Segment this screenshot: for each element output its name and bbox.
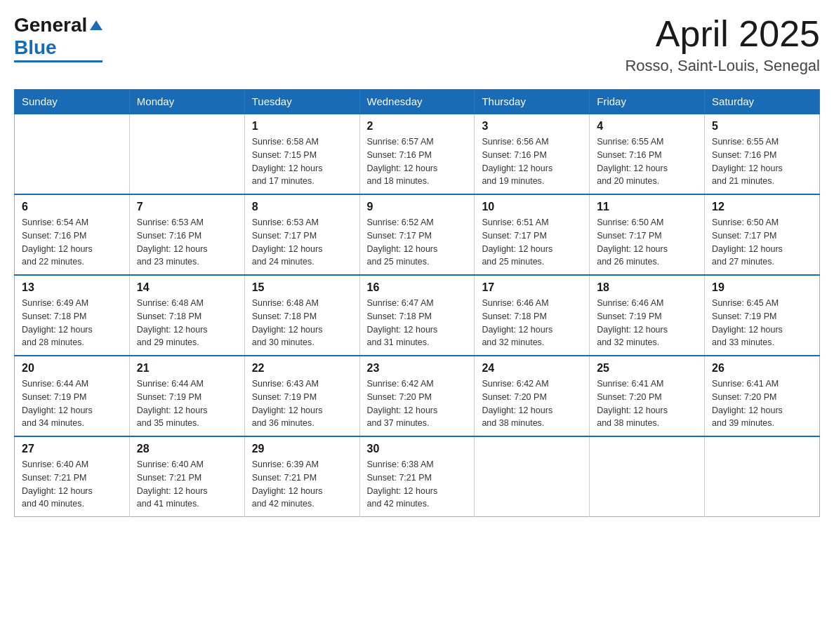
- day-info-26: Sunrise: 6:41 AMSunset: 7:20 PMDaylight:…: [712, 377, 812, 430]
- day-number-27: 27: [22, 443, 122, 455]
- day-info-3: Sunrise: 6:56 AMSunset: 7:16 PMDaylight:…: [482, 135, 582, 188]
- calendar-cell-w4-d5: 24Sunrise: 6:42 AMSunset: 7:20 PMDayligh…: [475, 356, 590, 436]
- day-number-6: 6: [22, 201, 122, 213]
- logo: General Blue: [14, 14, 102, 62]
- calendar-week-1: 1Sunrise: 6:58 AMSunset: 7:15 PMDaylight…: [15, 114, 820, 194]
- day-number-18: 18: [597, 281, 697, 294]
- calendar-cell-w2-d5: 10Sunrise: 6:51 AMSunset: 7:17 PMDayligh…: [475, 194, 590, 275]
- calendar-week-5: 27Sunrise: 6:40 AMSunset: 7:21 PMDayligh…: [15, 436, 820, 517]
- calendar-cell-w2-d6: 11Sunrise: 6:50 AMSunset: 7:17 PMDayligh…: [590, 194, 705, 275]
- page-header: General Blue April 2025 Rosso, Saint-Lou…: [14, 14, 820, 75]
- day-info-30: Sunrise: 6:38 AMSunset: 7:21 PMDaylight:…: [367, 458, 468, 511]
- day-info-18: Sunrise: 6:46 AMSunset: 7:19 PMDaylight:…: [597, 297, 697, 349]
- calendar-cell-w3-d5: 17Sunrise: 6:46 AMSunset: 7:18 PMDayligh…: [475, 275, 590, 356]
- calendar-cell-w5-d7: [705, 436, 820, 517]
- day-info-9: Sunrise: 6:52 AMSunset: 7:17 PMDaylight:…: [367, 216, 468, 269]
- calendar-cell-w4-d1: 20Sunrise: 6:44 AMSunset: 7:19 PMDayligh…: [15, 356, 130, 436]
- calendar-cell-w1-d5: 3Sunrise: 6:56 AMSunset: 7:16 PMDaylight…: [475, 114, 590, 194]
- day-number-10: 10: [482, 201, 582, 213]
- month-year-title: April 2025: [625, 14, 820, 54]
- day-number-16: 16: [367, 281, 468, 294]
- day-number-22: 22: [252, 362, 352, 375]
- day-info-1: Sunrise: 6:58 AMSunset: 7:15 PMDaylight:…: [252, 135, 352, 188]
- day-number-24: 24: [482, 362, 582, 375]
- day-info-11: Sunrise: 6:50 AMSunset: 7:17 PMDaylight:…: [597, 216, 697, 269]
- title-section: April 2025 Rosso, Saint-Louis, Senegal: [625, 14, 820, 75]
- logo-underline: [14, 60, 102, 62]
- calendar-cell-w4-d4: 23Sunrise: 6:42 AMSunset: 7:20 PMDayligh…: [359, 356, 475, 436]
- calendar-cell-w1-d2: [129, 114, 244, 194]
- calendar-cell-w3-d3: 15Sunrise: 6:48 AMSunset: 7:18 PMDayligh…: [244, 275, 359, 356]
- calendar-cell-w1-d6: 4Sunrise: 6:55 AMSunset: 7:16 PMDaylight…: [590, 114, 705, 194]
- calendar-body: 1Sunrise: 6:58 AMSunset: 7:15 PMDaylight…: [15, 114, 820, 517]
- day-info-10: Sunrise: 6:51 AMSunset: 7:17 PMDaylight:…: [482, 216, 582, 269]
- calendar-cell-w3-d7: 19Sunrise: 6:45 AMSunset: 7:19 PMDayligh…: [705, 275, 820, 356]
- day-number-12: 12: [712, 201, 812, 213]
- calendar-week-2: 6Sunrise: 6:54 AMSunset: 7:16 PMDaylight…: [15, 194, 820, 275]
- calendar-cell-w4-d3: 22Sunrise: 6:43 AMSunset: 7:19 PMDayligh…: [244, 356, 359, 436]
- day-number-3: 3: [482, 120, 582, 133]
- calendar-cell-w5-d5: [475, 436, 590, 517]
- day-info-5: Sunrise: 6:55 AMSunset: 7:16 PMDaylight:…: [712, 135, 812, 188]
- day-info-17: Sunrise: 6:46 AMSunset: 7:18 PMDaylight:…: [482, 297, 582, 349]
- day-number-7: 7: [137, 201, 237, 213]
- calendar-cell-w2-d1: 6Sunrise: 6:54 AMSunset: 7:16 PMDaylight…: [15, 194, 130, 275]
- logo-triangle-icon: [90, 19, 102, 34]
- day-info-15: Sunrise: 6:48 AMSunset: 7:18 PMDaylight:…: [252, 297, 352, 349]
- day-number-8: 8: [252, 201, 352, 213]
- calendar-header: Sunday Monday Tuesday Wednesday Thursday…: [15, 90, 820, 114]
- day-number-19: 19: [712, 281, 812, 294]
- day-number-2: 2: [367, 120, 468, 133]
- col-sunday: Sunday: [15, 90, 130, 114]
- col-wednesday: Wednesday: [359, 90, 475, 114]
- calendar-week-3: 13Sunrise: 6:49 AMSunset: 7:18 PMDayligh…: [15, 275, 820, 356]
- day-info-24: Sunrise: 6:42 AMSunset: 7:20 PMDaylight:…: [482, 377, 582, 430]
- day-info-25: Sunrise: 6:41 AMSunset: 7:20 PMDaylight:…: [597, 377, 697, 430]
- day-info-16: Sunrise: 6:47 AMSunset: 7:18 PMDaylight:…: [367, 297, 468, 349]
- col-thursday: Thursday: [475, 90, 590, 114]
- day-info-27: Sunrise: 6:40 AMSunset: 7:21 PMDaylight:…: [22, 458, 122, 511]
- col-monday: Monday: [129, 90, 244, 114]
- day-info-4: Sunrise: 6:55 AMSunset: 7:16 PMDaylight:…: [597, 135, 697, 188]
- day-number-30: 30: [367, 443, 468, 455]
- day-info-6: Sunrise: 6:54 AMSunset: 7:16 PMDaylight:…: [22, 216, 122, 269]
- calendar-cell-w5-d4: 30Sunrise: 6:38 AMSunset: 7:21 PMDayligh…: [359, 436, 475, 517]
- day-number-1: 1: [252, 120, 352, 133]
- calendar-cell-w4-d2: 21Sunrise: 6:44 AMSunset: 7:19 PMDayligh…: [129, 356, 244, 436]
- calendar-cell-w2-d3: 8Sunrise: 6:53 AMSunset: 7:17 PMDaylight…: [244, 194, 359, 275]
- calendar-cell-w3-d2: 14Sunrise: 6:48 AMSunset: 7:18 PMDayligh…: [129, 275, 244, 356]
- calendar-cell-w3-d6: 18Sunrise: 6:46 AMSunset: 7:19 PMDayligh…: [590, 275, 705, 356]
- day-number-11: 11: [597, 201, 697, 213]
- day-number-28: 28: [137, 443, 237, 455]
- col-tuesday: Tuesday: [244, 90, 359, 114]
- day-number-25: 25: [597, 362, 697, 375]
- day-info-20: Sunrise: 6:44 AMSunset: 7:19 PMDaylight:…: [22, 377, 122, 430]
- day-info-2: Sunrise: 6:57 AMSunset: 7:16 PMDaylight:…: [367, 135, 468, 188]
- day-info-19: Sunrise: 6:45 AMSunset: 7:19 PMDaylight:…: [712, 297, 812, 349]
- day-info-28: Sunrise: 6:40 AMSunset: 7:21 PMDaylight:…: [137, 458, 237, 511]
- day-info-21: Sunrise: 6:44 AMSunset: 7:19 PMDaylight:…: [137, 377, 237, 430]
- calendar-cell-w2-d4: 9Sunrise: 6:52 AMSunset: 7:17 PMDaylight…: [359, 194, 475, 275]
- calendar-cell-w4-d7: 26Sunrise: 6:41 AMSunset: 7:20 PMDayligh…: [705, 356, 820, 436]
- day-number-23: 23: [367, 362, 468, 375]
- day-info-14: Sunrise: 6:48 AMSunset: 7:18 PMDaylight:…: [137, 297, 237, 349]
- day-number-9: 9: [367, 201, 468, 213]
- calendar-cell-w1-d3: 1Sunrise: 6:58 AMSunset: 7:15 PMDaylight…: [244, 114, 359, 194]
- calendar-cell-w3-d4: 16Sunrise: 6:47 AMSunset: 7:18 PMDayligh…: [359, 275, 475, 356]
- calendar-cell-w5-d2: 28Sunrise: 6:40 AMSunset: 7:21 PMDayligh…: [129, 436, 244, 517]
- day-info-8: Sunrise: 6:53 AMSunset: 7:17 PMDaylight:…: [252, 216, 352, 269]
- calendar-cell-w2-d2: 7Sunrise: 6:53 AMSunset: 7:16 PMDaylight…: [129, 194, 244, 275]
- location-subtitle: Rosso, Saint-Louis, Senegal: [625, 57, 820, 75]
- day-number-21: 21: [137, 362, 237, 375]
- calendar-table: Sunday Monday Tuesday Wednesday Thursday…: [14, 89, 820, 517]
- calendar-cell-w5-d3: 29Sunrise: 6:39 AMSunset: 7:21 PMDayligh…: [244, 436, 359, 517]
- calendar-cell-w4-d6: 25Sunrise: 6:41 AMSunset: 7:20 PMDayligh…: [590, 356, 705, 436]
- day-info-13: Sunrise: 6:49 AMSunset: 7:18 PMDaylight:…: [22, 297, 122, 349]
- day-info-29: Sunrise: 6:39 AMSunset: 7:21 PMDaylight:…: [252, 458, 352, 511]
- svg-marker-0: [90, 20, 102, 30]
- day-info-12: Sunrise: 6:50 AMSunset: 7:17 PMDaylight:…: [712, 216, 812, 269]
- day-number-29: 29: [252, 443, 352, 455]
- day-info-7: Sunrise: 6:53 AMSunset: 7:16 PMDaylight:…: [137, 216, 237, 269]
- day-number-26: 26: [712, 362, 812, 375]
- calendar-cell-w5-d1: 27Sunrise: 6:40 AMSunset: 7:21 PMDayligh…: [15, 436, 130, 517]
